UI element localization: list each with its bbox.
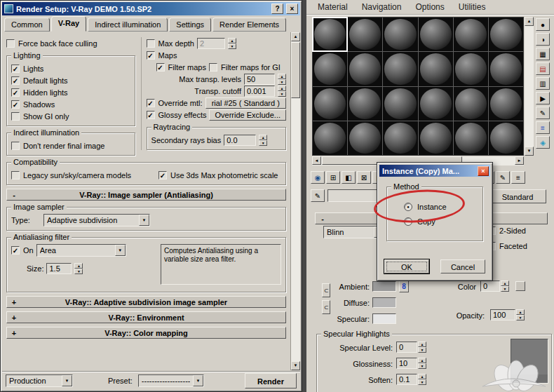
checkbox-shadows[interactable]: ✓ Shadows: [11, 98, 130, 110]
material-slot-selected[interactable]: [313, 18, 347, 51]
checkbox-maps[interactable]: ✓ Maps: [147, 49, 286, 61]
rollout-collapse-icon[interactable]: -: [7, 191, 21, 199]
material-slot[interactable]: [313, 121, 347, 155]
video-color-check-icon[interactable]: ▥: [536, 77, 550, 90]
material-slot[interactable]: [313, 87, 347, 121]
spinner-down-icon[interactable]: ▼: [74, 269, 83, 274]
ok-button[interactable]: OK: [384, 259, 429, 273]
scroll-left-icon[interactable]: ◄: [312, 156, 321, 165]
checkbox-filter-maps-for-gi[interactable]: Filter maps for GI: [209, 61, 281, 73]
sample-type-icon[interactable]: ●: [536, 18, 550, 31]
spinner-down-icon[interactable]: ▼: [516, 315, 525, 320]
preset-dropdown[interactable]: -------------------- ▼: [138, 374, 204, 387]
soften-spinner[interactable]: ▲▼: [418, 374, 426, 385]
chevron-down-icon[interactable]: ▼: [139, 215, 149, 226]
material-slot[interactable]: [489, 87, 523, 121]
menu-navigation[interactable]: Navigation: [362, 2, 402, 12]
backlight-icon[interactable]: ◑: [536, 33, 550, 46]
material-slot[interactable]: [419, 87, 453, 121]
select-by-material-icon[interactable]: ≡: [536, 121, 550, 134]
material-slot[interactable]: [489, 18, 523, 51]
scrollbar-thumb[interactable]: [291, 42, 300, 98]
sampler-type-dropdown[interactable]: Adaptive subdivision ▼: [43, 214, 150, 227]
checkbox-faceted[interactable]: Faceted: [487, 240, 527, 252]
max-transp-levels-field[interactable]: 50: [244, 74, 275, 85]
material-slot[interactable]: [383, 52, 417, 86]
spinner-down-icon[interactable]: ▼: [418, 347, 426, 353]
override-exclude-button[interactable]: Override Exclude...: [209, 109, 286, 121]
size-field[interactable]: 1.5: [46, 263, 72, 274]
reset-map-icon[interactable]: ⊠: [357, 171, 371, 184]
material-slot[interactable]: [348, 121, 382, 155]
radio-copy[interactable]: Copy: [404, 214, 482, 229]
checkbox-force-back-face-culling[interactable]: Force back face culling: [6, 37, 135, 49]
checkbox-glossy-effects[interactable]: ✓ Glossy effects: [147, 109, 207, 121]
rollout-expand-icon[interactable]: +: [7, 329, 21, 337]
opacity-field[interactable]: 100: [490, 309, 515, 320]
spinner-down-icon[interactable]: ▼: [278, 91, 286, 97]
material-slot[interactable]: [348, 87, 382, 121]
tab-render-elements[interactable]: Render Elements: [212, 18, 286, 32]
material-slot[interactable]: [454, 52, 488, 86]
checkbox-max-depth[interactable]: Max depth: [147, 37, 194, 49]
override-mtl-button[interactable]: rial #25 ( Standard ): [205, 97, 286, 109]
spinner-down-icon[interactable]: ▼: [418, 379, 426, 385]
checkbox-legacy-sun-sky-camera[interactable]: Legacy sun/sky/camera models: [11, 169, 149, 181]
rollout-image-sampler[interactable]: - V-Ray:: Image sampler (Antialiasing): [6, 189, 286, 201]
spinner-up-icon[interactable]: ▲: [418, 358, 426, 363]
opacity-spinner[interactable]: ▲▼: [516, 309, 525, 320]
menu-utilities[interactable]: Utilities: [459, 2, 486, 12]
spinner-up-icon[interactable]: ▲: [418, 342, 426, 347]
scroll-down-icon[interactable]: ▼: [291, 361, 300, 370]
eyedropper-icon[interactable]: ✎: [311, 189, 325, 202]
aa-filter-dropdown[interactable]: Area ▼: [36, 244, 126, 257]
spinner-up-icon[interactable]: ▲: [228, 38, 236, 43]
material-type-button[interactable]: Standard: [489, 189, 546, 203]
checkbox-hidden-lights[interactable]: ✓ Hidden lights: [11, 86, 130, 98]
spinner-down-icon[interactable]: ▼: [228, 43, 236, 49]
max-depth-field[interactable]: 2: [197, 38, 225, 49]
scroll-right-icon[interactable]: ►: [515, 156, 524, 165]
options-icon[interactable]: ✎: [536, 107, 550, 119]
checkbox-aa-on[interactable]: ✓ On: [11, 245, 34, 257]
spinner-down-icon[interactable]: ▼: [259, 140, 267, 146]
put-material-to-scene-icon[interactable]: ⊞: [326, 171, 340, 184]
menu-material[interactable]: Material: [318, 2, 348, 12]
glossiness-field[interactable]: 10: [396, 358, 417, 369]
ambient-color-swatch[interactable]: [372, 281, 396, 292]
material-slot[interactable]: [348, 18, 382, 51]
material-slot[interactable]: [419, 52, 453, 86]
slots-vertical-scrollbar[interactable]: ▲ ▼: [525, 17, 534, 156]
chevron-down-icon[interactable]: ▼: [62, 375, 72, 386]
background-icon[interactable]: ▦: [536, 48, 550, 60]
spinner-up-icon[interactable]: ▲: [74, 263, 83, 269]
material-slot[interactable]: [419, 18, 453, 51]
material-slot[interactable]: [454, 87, 488, 121]
material-slot[interactable]: [489, 121, 523, 155]
rollout-expand-icon[interactable]: +: [7, 298, 21, 306]
specular-color-swatch[interactable]: [372, 313, 396, 324]
spinner-up-icon[interactable]: ▲: [516, 309, 525, 315]
material-slot[interactable]: [383, 121, 417, 155]
material-slot[interactable]: [383, 87, 417, 121]
material-slot[interactable]: [489, 52, 523, 86]
menu-options[interactable]: Options: [415, 2, 444, 12]
dialog-titlebar[interactable]: Instance (Copy) Ma... ×: [379, 165, 490, 177]
rollout-adaptive-subdivision[interactable]: + V-Ray:: Adaptive subdivision image sam…: [6, 296, 286, 308]
spinner-down-icon[interactable]: ▼: [418, 363, 426, 369]
cancel-button[interactable]: Cancel: [440, 259, 485, 273]
secondary-rays-bias-spinner[interactable]: ▲▼: [259, 135, 267, 146]
specular-level-spinner[interactable]: ▲▼: [418, 342, 426, 353]
help-button[interactable]: ?: [271, 4, 283, 14]
spinner-up-icon[interactable]: ▲: [259, 135, 267, 140]
secondary-rays-bias-field[interactable]: 0.0: [224, 135, 256, 146]
material-map-navigator-icon[interactable]: ◈: [536, 136, 550, 149]
tab-common[interactable]: Common: [4, 18, 50, 32]
material-slot[interactable]: [454, 18, 488, 51]
rollout-expand-icon[interactable]: +: [7, 313, 21, 322]
spinner-up-icon[interactable]: ▲: [278, 74, 286, 79]
material-slot[interactable]: [454, 121, 488, 155]
shader-dropdown[interactable]: Blinn ▼: [323, 226, 385, 238]
max-depth-spinner[interactable]: ▲▼: [228, 38, 236, 49]
checkbox-use-photometric-scale[interactable]: ✓ Use 3ds Max photometric scale: [158, 169, 278, 181]
